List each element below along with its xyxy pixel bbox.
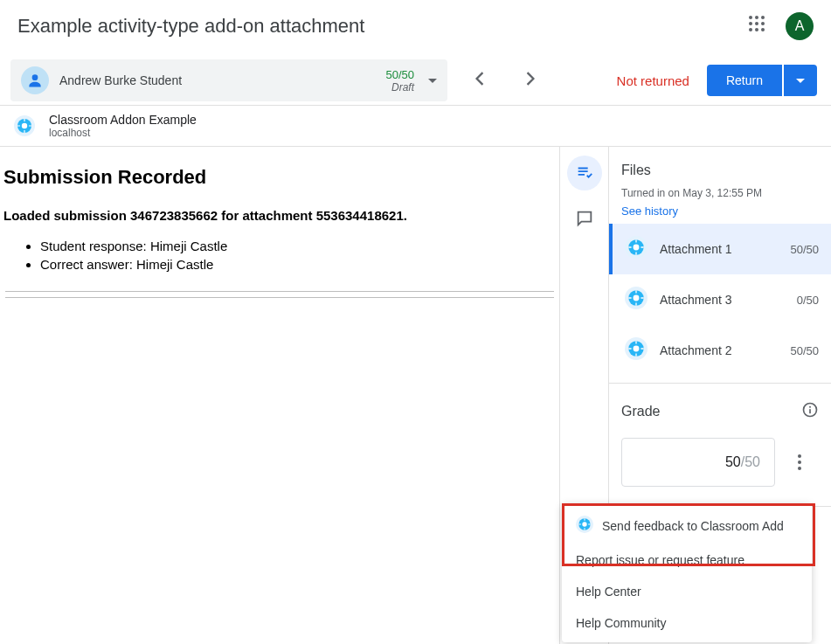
apps-launcher-icon[interactable] xyxy=(749,16,770,37)
return-status: Not returned xyxy=(617,73,689,88)
menu-item-send-feedback[interactable]: Send feedback to Classroom Add xyxy=(562,507,812,544)
attachment-score: 0/50 xyxy=(797,294,819,307)
attachment-row[interactable]: Attachment 2 50/50 xyxy=(609,325,831,376)
student-name: Andrew Burke Student xyxy=(59,73,385,87)
prev-student-button[interactable] xyxy=(468,65,491,96)
addon-host: localhost xyxy=(49,127,197,139)
account-avatar[interactable]: A xyxy=(786,12,814,40)
list-item: Student response: Himeji Castle xyxy=(40,239,556,253)
see-history-link[interactable]: See history xyxy=(621,204,678,218)
list-item: Correct answer: Himeji Castle xyxy=(40,257,556,272)
menu-item-label: Help Community xyxy=(576,616,666,630)
svg-point-5 xyxy=(809,406,811,408)
grade-heading: Grade xyxy=(621,404,660,419)
addon-icon xyxy=(10,112,38,140)
attachment-name: Attachment 2 xyxy=(660,343,790,357)
attachment-icon xyxy=(625,236,647,262)
menu-item-label: Report issue or request feature xyxy=(576,553,744,567)
page-title: Example activity-type add-on attachment xyxy=(17,15,364,38)
tab-comments-icon[interactable] xyxy=(567,201,602,236)
svg-rect-6 xyxy=(809,409,811,413)
turned-in-text: Turned in on May 3, 12:55 PM xyxy=(621,187,819,199)
return-dropdown-button[interactable] xyxy=(784,65,817,96)
student-score: 50/50 Draft xyxy=(385,68,414,93)
grade-menu-button[interactable] xyxy=(789,454,810,470)
menu-item-label: Help Center xyxy=(576,585,641,599)
content-loaded-text: Loaded submission 346723835662 for attac… xyxy=(3,208,556,223)
attachment-name: Attachment 3 xyxy=(660,293,797,307)
files-heading: Files xyxy=(621,163,819,178)
student-avatar-icon xyxy=(21,66,49,94)
grade-input[interactable]: 50/50 xyxy=(621,438,775,487)
attachment-score: 50/50 xyxy=(790,243,819,256)
grade-value: 50 xyxy=(725,454,741,470)
menu-item-report-issue[interactable]: Report issue or request feature xyxy=(562,544,812,576)
attachment-score: 50/50 xyxy=(790,344,819,357)
grade-max: /50 xyxy=(741,454,760,470)
addon-icon xyxy=(576,516,593,536)
attachment-icon xyxy=(625,287,647,313)
menu-item-help-community[interactable]: Help Community xyxy=(562,607,812,639)
info-icon[interactable] xyxy=(801,401,819,422)
attachment-row[interactable]: Attachment 1 50/50 xyxy=(609,224,831,274)
attachment-icon xyxy=(625,337,647,364)
student-selector[interactable]: Andrew Burke Student 50/50 Draft xyxy=(10,59,447,101)
feedback-menu: Send feedback to Classroom Add Report is… xyxy=(562,503,812,642)
return-button[interactable]: Return xyxy=(707,65,782,96)
tab-files-icon[interactable] xyxy=(567,156,602,190)
attachment-row[interactable]: Attachment 3 0/50 xyxy=(609,274,831,325)
content-heading: Submission Recorded xyxy=(3,166,556,189)
menu-item-label: Send feedback to Classroom Add xyxy=(602,519,784,533)
svg-point-3 xyxy=(32,74,38,80)
menu-item-help-center[interactable]: Help Center xyxy=(562,576,812,607)
attachment-name: Attachment 1 xyxy=(660,242,790,256)
addon-title: Classroom Addon Example xyxy=(49,113,197,127)
chevron-down-icon xyxy=(428,79,437,83)
next-student-button[interactable] xyxy=(519,65,542,96)
submission-content: Submission Recorded Loaded submission 34… xyxy=(0,147,560,644)
